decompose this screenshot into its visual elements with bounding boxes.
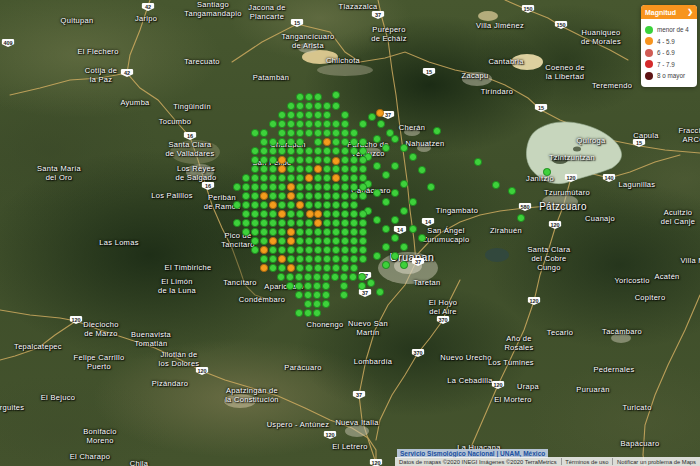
quake-dot[interactable]: [314, 237, 322, 245]
quake-dot[interactable]: [233, 219, 241, 227]
quake-dot[interactable]: [313, 309, 321, 317]
quake-dot[interactable]: [260, 192, 268, 200]
quake-dot[interactable]: [278, 156, 286, 164]
quake-dot[interactable]: [296, 120, 304, 128]
quake-dot[interactable]: [323, 219, 331, 227]
quake-dot[interactable]: [341, 129, 349, 137]
quake-dot[interactable]: [287, 120, 295, 128]
quake-dot[interactable]: [287, 156, 295, 164]
quake-dot[interactable]: [332, 237, 340, 245]
quake-dot[interactable]: [296, 156, 304, 164]
quake-dot[interactable]: [409, 198, 417, 206]
quake-dot[interactable]: [350, 129, 358, 137]
quake-dot[interactable]: [314, 228, 322, 236]
quake-dot[interactable]: [295, 309, 303, 317]
quake-dot[interactable]: [287, 201, 295, 209]
legend-collapse-chevron[interactable]: ❯: [687, 8, 693, 16]
quake-dot[interactable]: [391, 135, 399, 143]
quake-dot[interactable]: [260, 156, 268, 164]
quake-dot[interactable]: [296, 93, 304, 101]
quake-dot[interactable]: [260, 246, 268, 254]
quake-dot[interactable]: [323, 237, 331, 245]
quake-dot[interactable]: [359, 174, 367, 182]
quake-dot[interactable]: [350, 165, 358, 173]
quake-dot[interactable]: [341, 255, 349, 263]
quake-dot[interactable]: [350, 246, 358, 254]
quake-dot[interactable]: [278, 192, 286, 200]
quake-dot[interactable]: [260, 264, 268, 272]
quake-dot[interactable]: [269, 228, 277, 236]
quake-dot[interactable]: [350, 192, 358, 200]
quake-dot[interactable]: [286, 273, 294, 281]
quake-dot[interactable]: [260, 129, 268, 137]
quake-dot[interactable]: [251, 228, 259, 236]
quake-dot[interactable]: [341, 192, 349, 200]
quake-dot[interactable]: [382, 225, 390, 233]
quake-dot[interactable]: [373, 216, 381, 224]
quake-dot[interactable]: [350, 228, 358, 236]
quake-dot[interactable]: [278, 129, 286, 137]
quake-dot[interactable]: [269, 174, 277, 182]
quake-dot[interactable]: [287, 246, 295, 254]
quake-dot[interactable]: [296, 237, 304, 245]
quake-dot[interactable]: [251, 156, 259, 164]
quake-dot[interactable]: [278, 255, 286, 263]
quake-dot[interactable]: [269, 165, 277, 173]
quake-dot[interactable]: [314, 138, 322, 146]
quake-dot[interactable]: [332, 219, 340, 227]
quake-dot[interactable]: [251, 129, 259, 137]
quake-dot[interactable]: [382, 198, 390, 206]
quake-dot[interactable]: [305, 183, 313, 191]
quake-dot[interactable]: [323, 147, 331, 155]
quake-dot[interactable]: [278, 183, 286, 191]
quake-dot[interactable]: [359, 192, 367, 200]
quake-dot[interactable]: [400, 243, 408, 251]
quake-dot[interactable]: [296, 192, 304, 200]
quake-dot[interactable]: [260, 165, 268, 173]
quake-dot[interactable]: [278, 201, 286, 209]
quake-dot[interactable]: [314, 147, 322, 155]
quake-dot[interactable]: [233, 201, 241, 209]
quake-dot[interactable]: [323, 138, 331, 146]
quake-dot[interactable]: [359, 156, 367, 164]
quake-dot[interactable]: [332, 102, 340, 110]
quake-dot[interactable]: [332, 210, 340, 218]
quake-dot[interactable]: [287, 228, 295, 236]
quake-dot[interactable]: [341, 174, 349, 182]
quake-dot[interactable]: [427, 183, 435, 191]
quake-dot[interactable]: [314, 156, 322, 164]
quake-dot[interactable]: [277, 273, 285, 281]
quake-dot[interactable]: [323, 156, 331, 164]
quake-dot[interactable]: [340, 291, 348, 299]
quake-dot[interactable]: [269, 120, 277, 128]
quake-dot[interactable]: [359, 255, 367, 263]
quake-dot[interactable]: [373, 189, 381, 197]
quake-dot[interactable]: [341, 264, 349, 272]
quake-dot[interactable]: [322, 273, 330, 281]
quake-dot[interactable]: [313, 273, 321, 281]
quake-dot[interactable]: [305, 246, 313, 254]
quake-dot[interactable]: [269, 201, 277, 209]
quake-dot[interactable]: [332, 192, 340, 200]
quake-dot[interactable]: [314, 192, 322, 200]
quake-dot[interactable]: [242, 192, 250, 200]
quake-dot[interactable]: [382, 171, 390, 179]
quake-dot[interactable]: [260, 183, 268, 191]
quake-dot[interactable]: [409, 153, 417, 161]
quake-dot[interactable]: [332, 129, 340, 137]
report-problem-link[interactable]: Notificar un problema de Maps: [613, 459, 700, 465]
quake-dot[interactable]: [251, 219, 259, 227]
quake-dot[interactable]: [350, 201, 358, 209]
quake-dot[interactable]: [350, 147, 358, 155]
quake-dot[interactable]: [350, 210, 358, 218]
quake-dot[interactable]: [314, 183, 322, 191]
quake-dot[interactable]: [295, 282, 303, 290]
quake-dot[interactable]: [287, 147, 295, 155]
terms-link[interactable]: Términos de uso: [561, 459, 612, 465]
quake-dot[interactable]: [332, 138, 340, 146]
quake-dot[interactable]: [242, 183, 250, 191]
quake-dot[interactable]: [278, 138, 286, 146]
quake-dot[interactable]: [341, 120, 349, 128]
quake-dot[interactable]: [287, 138, 295, 146]
quake-dot[interactable]: [251, 237, 259, 245]
